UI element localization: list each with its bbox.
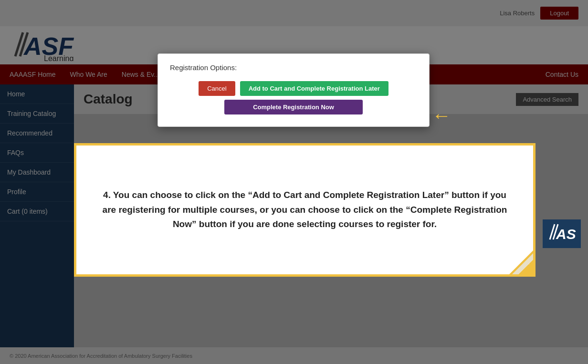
callout-box: 4. You can choose to click on the “Add t… bbox=[74, 143, 536, 277]
corner-fold bbox=[509, 250, 533, 274]
cancel-button[interactable]: Cancel bbox=[199, 81, 235, 96]
dialog-title: Registration Options: bbox=[170, 63, 417, 72]
callout-text: 4. You can choose to click on the “Add t… bbox=[95, 188, 514, 231]
dialog-buttons: Cancel Add to Cart and Complete Registra… bbox=[170, 81, 417, 114]
asf-logo-main: AS bbox=[543, 219, 581, 248]
add-to-cart-button[interactable]: Add to Cart and Complete Registration La… bbox=[240, 81, 388, 96]
asf-logo-main-text: AS bbox=[547, 223, 576, 245]
dialog-row1: Cancel Add to Cart and Complete Registra… bbox=[199, 81, 388, 96]
complete-registration-button[interactable]: Complete Registration Now bbox=[224, 100, 363, 114]
svg-text:AS: AS bbox=[556, 226, 576, 242]
registration-dialog: Registration Options: Cancel Add to Cart… bbox=[158, 53, 430, 127]
arrow-indicator: ← bbox=[432, 106, 451, 125]
corner-fold-inner bbox=[512, 253, 533, 274]
